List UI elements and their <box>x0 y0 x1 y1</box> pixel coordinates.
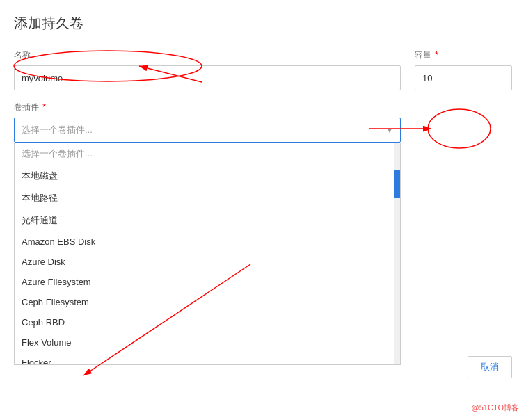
plugin-field-group: 卷插件 * 选择一个卷插件... ▼ 选择一个卷插件... 本地磁盘 本地路径 … <box>14 102 401 143</box>
plugin-dropdown-list: 选择一个卷插件... 本地磁盘 本地路径 光纤通道 Amazon EBS Dis… <box>14 143 401 365</box>
dropdown-item[interactable]: 本地磁盘 <box>15 165 400 187</box>
main-content: 名称 卷插件 * 选择一个卷插件... ▼ 选择一个卷插件... 本地磁盘 <box>14 49 526 154</box>
dropdown-item[interactable]: 本地路径 <box>15 187 400 209</box>
scrollbar-track <box>394 143 400 364</box>
dropdown-item[interactable]: Ceph Filesystem <box>15 292 400 312</box>
page-title: 添加持久卷 <box>14 14 526 33</box>
dropdown-item[interactable]: 选择一个卷插件... <box>15 143 400 165</box>
capacity-label: 容量 * <box>415 49 512 61</box>
left-section: 名称 卷插件 * 选择一个卷插件... ▼ 选择一个卷插件... 本地磁盘 <box>14 49 415 154</box>
dropdown-item[interactable]: Azure Disk <box>15 252 400 272</box>
capacity-input[interactable] <box>415 65 512 90</box>
dropdown-item[interactable]: Azure Filesystem <box>15 272 400 292</box>
name-field-group: 名称 <box>14 49 401 90</box>
plugin-select-trigger[interactable]: 选择一个卷插件... ▼ <box>14 118 401 143</box>
dropdown-item[interactable]: Ceph RBD <box>15 312 400 332</box>
dropdown-item[interactable]: 光纤通道 <box>15 209 400 232</box>
dropdown-item[interactable]: Flocker <box>15 353 400 365</box>
plugin-select-value: 选择一个卷插件... <box>22 124 93 136</box>
right-section: 容量 * <box>415 49 526 154</box>
name-label: 名称 <box>14 49 401 61</box>
plugin-label: 卷插件 * <box>14 102 401 113</box>
scrollbar-thumb[interactable] <box>394 170 400 198</box>
cancel-button[interactable]: 取消 <box>468 356 512 378</box>
plugin-select-wrapper: 选择一个卷插件... ▼ 选择一个卷插件... 本地磁盘 本地路径 光纤通道 A… <box>14 118 401 143</box>
chevron-down-icon: ▼ <box>386 127 393 134</box>
capacity-field-group: 容量 * <box>415 49 512 90</box>
page-container: 添加持久卷 名称 卷插件 * 选择一个卷插件... ▼ <box>0 0 526 420</box>
dropdown-item[interactable]: Flex Volume <box>15 332 400 353</box>
dropdown-item[interactable]: Amazon EBS Disk <box>15 232 400 252</box>
watermark: @51CTO博客 <box>472 403 519 413</box>
name-input[interactable] <box>14 65 401 90</box>
